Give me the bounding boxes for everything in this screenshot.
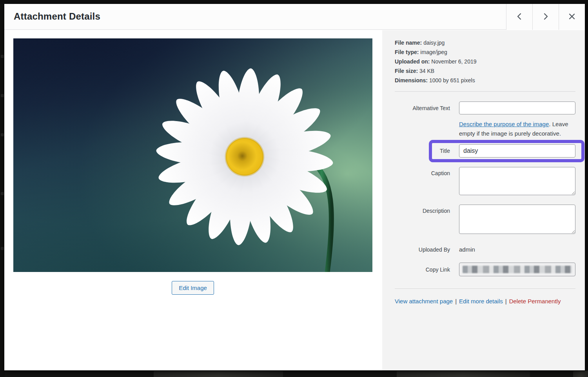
separator: |	[503, 298, 509, 304]
title-field-row: Title	[395, 144, 575, 158]
caption-field-row: Caption	[395, 167, 575, 195]
file-name-value: daisy.jpg	[423, 40, 445, 46]
close-modal-button[interactable]	[559, 4, 585, 30]
close-icon	[569, 13, 575, 21]
description-label: Description	[395, 208, 450, 214]
file-type-label: File type:	[395, 49, 419, 55]
daisy-photo	[13, 38, 372, 272]
chevron-left-icon	[516, 13, 523, 22]
uploaded-by-row: Uploaded By admin	[395, 246, 575, 253]
alt-text-label: Alternative Text	[395, 105, 450, 111]
delete-permanently-link[interactable]: Delete Permanently	[509, 298, 561, 304]
media-thumbnail	[397, 371, 530, 377]
title-label: Title	[395, 148, 450, 154]
edit-image-button[interactable]: Edit Image	[172, 281, 214, 295]
help-suffix: .	[549, 121, 550, 127]
media-thumbnail	[573, 371, 588, 377]
alt-text-help: Describe the purpose of the image. Leave…	[459, 120, 579, 138]
media-library-backdrop	[5, 370, 588, 377]
media-thumbnail	[154, 371, 283, 377]
dimensions-value: 1000 by 651 pixels	[429, 77, 475, 83]
next-attachment-button[interactable]	[532, 4, 559, 30]
copy-link-input[interactable]	[459, 263, 575, 276]
view-attachment-page-link[interactable]: View attachment page	[395, 298, 453, 304]
uploaded-on-label: Uploaded on:	[395, 58, 430, 65]
file-size-label: File size:	[395, 68, 418, 74]
admin-menu-icon	[1, 192, 4, 195]
file-name-row: File name: daisy.jpg	[395, 38, 575, 47]
file-type-value: image/jpeg	[420, 49, 447, 55]
attachment-actions: View attachment page|Edit more details|D…	[395, 288, 575, 304]
uploaded-on-value: November 6, 2019	[431, 58, 476, 65]
description-textarea[interactable]	[459, 205, 575, 234]
admin-menu-icon	[1, 55, 4, 58]
uploaded-on-row: Uploaded on: November 6, 2019	[395, 57, 575, 66]
attachment-details-modal: Attachment Details	[4, 4, 585, 370]
admin-menu-icon	[1, 94, 4, 97]
title-input[interactable]	[459, 144, 575, 158]
modal-header: Attachment Details	[4, 4, 585, 30]
dimensions-label: Dimensions:	[395, 77, 428, 83]
caption-label: Caption	[395, 170, 450, 176]
alt-text-field-row: Alternative Text	[395, 102, 575, 114]
describe-purpose-link[interactable]: Describe the purpose of the image	[459, 121, 549, 127]
redacted-url-value	[463, 266, 572, 273]
file-type-row: File type: image/jpeg	[395, 47, 575, 57]
file-size-row: File size: 34 KB	[395, 66, 575, 76]
caption-textarea[interactable]	[459, 167, 575, 195]
copy-link-label: Copy Link	[395, 266, 450, 273]
admin-menu-icon	[1, 133, 4, 136]
attachment-preview-pane: Edit Image	[4, 30, 382, 370]
file-name-label: File name:	[395, 40, 422, 46]
modal-title: Attachment Details	[14, 11, 100, 22]
admin-menu-icon	[1, 247, 4, 250]
attachment-info-sidebar: File name: daisy.jpg File type: image/jp…	[382, 30, 585, 370]
dimensions-row: Dimensions: 1000 by 651 pixels	[395, 76, 575, 85]
previous-attachment-button[interactable]	[506, 4, 532, 30]
file-size-value: 34 KB	[419, 68, 434, 74]
uploaded-by-value: admin	[459, 246, 575, 253]
admin-toolbar-backdrop	[0, 0, 588, 4]
attachment-details-list: File name: daisy.jpg File type: image/jp…	[395, 38, 575, 92]
copy-link-row: Copy Link	[395, 263, 575, 276]
separator: |	[453, 298, 459, 304]
uploaded-by-label: Uploaded By	[395, 246, 450, 253]
description-field-row: Description	[395, 205, 575, 234]
chevron-right-icon	[543, 13, 549, 22]
attachment-image	[13, 38, 372, 272]
edit-more-details-link[interactable]: Edit more details	[459, 298, 503, 304]
alt-text-input[interactable]	[459, 102, 575, 114]
